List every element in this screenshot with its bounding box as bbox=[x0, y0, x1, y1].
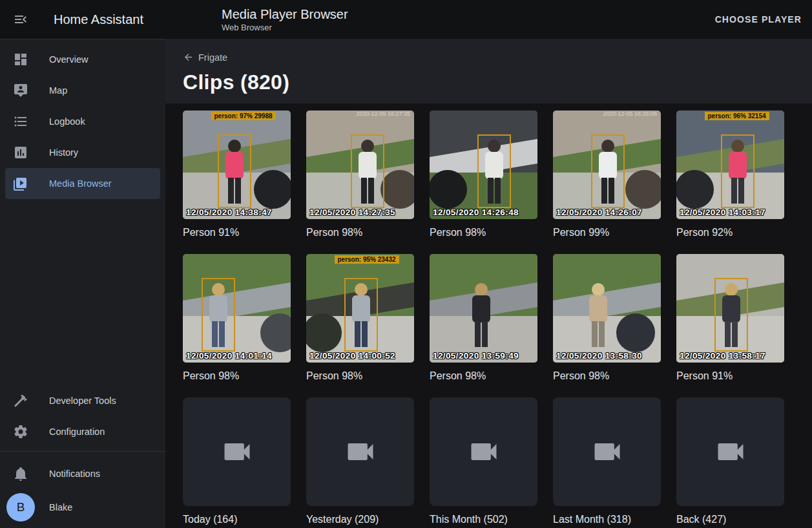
folder-card-yesterday[interactable]: Yesterday (209) bbox=[306, 397, 414, 525]
folder-label: Last Month (318) bbox=[553, 514, 661, 525]
clip-thumbnail[interactable]: person: 95% 23432 12/05/2020 14:00:52 bbox=[306, 254, 414, 363]
media-browser-content: person: 97% 29988 12/05/2020 14:38:47 Pe… bbox=[165, 103, 812, 528]
folder-thumbnail[interactable] bbox=[183, 397, 291, 506]
clip-label: Person 98% bbox=[430, 370, 537, 382]
format-list-bulleted-icon bbox=[13, 114, 28, 129]
page-header: Media Player Browser Web Browser bbox=[222, 6, 348, 33]
sidebar-item-overview[interactable]: Overview bbox=[5, 44, 160, 75]
sidebar-item-notifications[interactable]: Notifications bbox=[5, 458, 160, 489]
sidebar-item-developer-tools[interactable]: Developer Tools bbox=[5, 385, 160, 416]
sidebar-item-label: Map bbox=[49, 85, 67, 96]
sidebar-item-label: Configuration bbox=[49, 427, 105, 437]
bell-icon bbox=[13, 466, 28, 481]
view-dashboard-icon bbox=[13, 52, 28, 67]
clip-card[interactable]: 12/05/2020 13:59:49 Person 98% bbox=[430, 254, 537, 382]
detection-label-badge: person: 95% 23432 bbox=[334, 255, 399, 264]
clip-label: Person 98% bbox=[306, 227, 414, 238]
clip-thumbnail[interactable]: 2020-12-05 16:27:35 12/05/2020 14:27:35 bbox=[306, 111, 414, 219]
sidebar-divider bbox=[0, 451, 165, 452]
sidebar-item-map[interactable]: Map bbox=[5, 75, 160, 106]
detection-label-badge: person: 97% 29988 bbox=[211, 112, 275, 120]
sidebar-main-items: Overview Map Logbook History Media Brows… bbox=[0, 39, 165, 199]
sidebar-item-history[interactable]: History bbox=[5, 137, 160, 168]
clip-timestamp-overlay: 12/05/2020 14:03:17 bbox=[680, 207, 765, 217]
sidebar-item-media-browser[interactable]: Media Browser bbox=[5, 168, 160, 199]
folder-label: Today (164) bbox=[183, 514, 291, 525]
sidebar-toggle-button[interactable] bbox=[13, 12, 28, 27]
cog-icon bbox=[13, 424, 28, 439]
video-camera-icon bbox=[344, 435, 377, 469]
clip-timestamp-overlay: 12/05/2020 13:59:49 bbox=[433, 351, 519, 361]
avatar: B bbox=[6, 493, 35, 522]
breadcrumb-label: Frigate bbox=[198, 52, 227, 63]
detection-label-badge: person: 96% 32154 bbox=[704, 112, 769, 120]
clip-label: Person 91% bbox=[183, 227, 291, 238]
video-camera-icon bbox=[714, 435, 747, 469]
video-camera-icon bbox=[467, 435, 501, 469]
folder-thumbnail[interactable] bbox=[553, 397, 661, 506]
sidebar-spacer bbox=[0, 199, 165, 385]
clip-card[interactable]: 2020-12-05 16:26:06 12/05/2020 14:26:07 … bbox=[553, 111, 661, 238]
sidebar-bottom-items: Developer Tools Configuration bbox=[0, 385, 165, 447]
menu-open-icon bbox=[13, 19, 28, 29]
folder-card-this-month[interactable]: This Month (502) bbox=[430, 397, 537, 525]
clips-grid: person: 97% 29988 12/05/2020 14:38:47 Pe… bbox=[183, 111, 812, 525]
clip-timestamp-overlay: 12/05/2020 14:26:48 bbox=[433, 207, 519, 217]
clip-timestamp-overlay: 12/05/2020 14:01:14 bbox=[186, 351, 272, 361]
sidebar-item-logbook[interactable]: Logbook bbox=[5, 106, 160, 137]
sidebar-item-label: Developer Tools bbox=[49, 396, 116, 406]
tooltip-account-icon bbox=[13, 83, 28, 98]
clip-thumbnail[interactable]: 12/05/2020 13:59:49 bbox=[430, 254, 537, 363]
top-bar: Home Assistant Media Player Browser Web … bbox=[0, 0, 812, 39]
folder-label: This Month (502) bbox=[430, 514, 537, 525]
clip-card[interactable]: 12/05/2020 14:01:14 Person 98% bbox=[183, 254, 291, 382]
sidebar-item-label: Media Browser bbox=[49, 178, 112, 189]
clip-label: Person 98% bbox=[430, 227, 537, 238]
folder-thumbnail[interactable] bbox=[306, 397, 414, 506]
folder-card-back[interactable]: Back (427) bbox=[676, 397, 784, 525]
folder-thumbnail[interactable] bbox=[676, 397, 784, 506]
chart-box-icon bbox=[13, 145, 28, 160]
clip-label: Person 99% bbox=[553, 227, 661, 238]
sidebar-item-configuration[interactable]: Configuration bbox=[5, 416, 160, 447]
clip-card[interactable]: 12/05/2020 13:58:17 Person 91% bbox=[676, 254, 784, 382]
sidebar: Overview Map Logbook History Media Brows… bbox=[0, 39, 165, 528]
sidebar-user-profile[interactable]: B Blake bbox=[5, 489, 160, 525]
clip-label: Person 98% bbox=[183, 370, 291, 382]
clip-thumbnail[interactable]: person: 96% 32154 12/05/2020 14:03:17 bbox=[676, 111, 784, 219]
clip-card[interactable]: 12/05/2020 13:58:30 Person 98% bbox=[553, 254, 661, 382]
clip-card[interactable]: 2020-12-05 16:27:35 12/05/2020 14:27:35 … bbox=[306, 111, 414, 238]
folder-label: Yesterday (209) bbox=[306, 514, 414, 525]
arrow-left-icon bbox=[183, 52, 194, 63]
clip-label: Person 91% bbox=[676, 370, 784, 382]
breadcrumb-back-frigate[interactable]: Frigate bbox=[183, 52, 227, 63]
play-box-multiple-icon bbox=[13, 176, 28, 191]
media-header: Frigate Clips (820) bbox=[165, 39, 812, 103]
app-title: Home Assistant bbox=[54, 12, 143, 27]
camera-osd-timestamp: 2020-12-05 16:27:35 bbox=[356, 111, 410, 117]
folder-card-last-month[interactable]: Last Month (318) bbox=[553, 397, 661, 525]
folder-thumbnail[interactable] bbox=[430, 397, 537, 506]
choose-player-button[interactable]: CHOOSE PLAYER bbox=[715, 14, 802, 25]
clip-thumbnail[interactable]: 2020-12-05 16:26:06 12/05/2020 14:26:07 bbox=[553, 111, 661, 219]
clip-card[interactable]: person: 97% 29988 12/05/2020 14:38:47 Pe… bbox=[183, 111, 291, 238]
clip-thumbnail[interactable]: 12/05/2020 14:26:48 bbox=[430, 111, 537, 219]
section-title: Clips (820) bbox=[183, 70, 812, 94]
video-camera-icon bbox=[220, 435, 254, 469]
clip-thumbnail[interactable]: 12/05/2020 14:01:14 bbox=[183, 254, 291, 363]
clip-timestamp-overlay: 12/05/2020 14:00:52 bbox=[309, 351, 395, 361]
clip-card[interactable]: person: 95% 23432 12/05/2020 14:00:52 Pe… bbox=[306, 254, 414, 382]
folder-card-today[interactable]: Today (164) bbox=[183, 397, 291, 525]
page-subtitle: Web Browser bbox=[222, 23, 348, 33]
page-title: Media Player Browser bbox=[222, 6, 348, 22]
clip-label: Person 98% bbox=[306, 370, 414, 382]
sidebar-item-label: Notifications bbox=[49, 469, 100, 479]
clip-thumbnail[interactable]: person: 97% 29988 12/05/2020 14:38:47 bbox=[183, 111, 291, 219]
clip-label: Person 98% bbox=[553, 370, 661, 382]
clip-card[interactable]: person: 96% 32154 12/05/2020 14:03:17 Pe… bbox=[676, 111, 784, 238]
clip-card[interactable]: 12/05/2020 14:26:48 Person 98% bbox=[430, 111, 537, 238]
clip-thumbnail[interactable]: 12/05/2020 13:58:30 bbox=[553, 254, 661, 363]
clip-timestamp-overlay: 12/05/2020 14:27:35 bbox=[309, 207, 395, 217]
camera-osd-timestamp: 2020-12-05 16:26:06 bbox=[603, 111, 657, 117]
clip-thumbnail[interactable]: 12/05/2020 13:58:17 bbox=[676, 254, 784, 363]
